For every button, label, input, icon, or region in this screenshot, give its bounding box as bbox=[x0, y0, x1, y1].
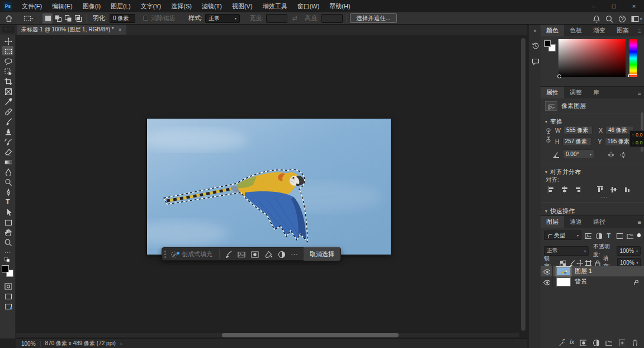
swap-dimensions-icon[interactable]: ⇄ bbox=[290, 13, 300, 23]
foreground-color-swatch[interactable] bbox=[2, 265, 9, 272]
tool-lasso[interactable] bbox=[2, 56, 13, 65]
new-group-icon[interactable] bbox=[604, 338, 613, 347]
menu-filter[interactable]: 滤镜(T) bbox=[197, 0, 227, 12]
menu-edit[interactable]: 编辑(E) bbox=[47, 0, 78, 12]
filter-image-icon[interactable] bbox=[584, 231, 592, 240]
tool-clone-stamp[interactable] bbox=[2, 126, 13, 136]
tool-preset-marquee-icon[interactable]: ▾ bbox=[21, 13, 35, 23]
panel-menu-icon[interactable]: ≡ bbox=[638, 87, 641, 98]
tab-libraries[interactable]: 库 bbox=[588, 87, 605, 98]
antialias-checkbox[interactable] bbox=[143, 16, 148, 21]
opacity-select[interactable]: 100%▾ bbox=[617, 246, 641, 256]
flip-horizontal-icon[interactable] bbox=[605, 149, 614, 158]
tool-more-icon[interactable]: ··· bbox=[2, 247, 13, 257]
tab-adjustments[interactable]: 调整 bbox=[564, 87, 588, 98]
panel-menu-icon[interactable]: ≡ bbox=[638, 25, 641, 36]
fill-icon[interactable] bbox=[261, 247, 274, 261]
screen-mode-icon[interactable] bbox=[2, 291, 13, 300]
document-image[interactable] bbox=[147, 119, 391, 255]
filter-smart-object-icon[interactable] bbox=[626, 231, 634, 240]
tool-move[interactable] bbox=[2, 36, 13, 45]
workspace-switcher-icon[interactable]: ▾ bbox=[631, 15, 642, 23]
blend-mode-select[interactable]: 正常▾ bbox=[544, 246, 589, 256]
mask-icon[interactable] bbox=[248, 247, 261, 261]
help-icon[interactable] bbox=[618, 15, 626, 23]
panel-menu-icon[interactable]: ≡ bbox=[638, 216, 641, 228]
layer-row-1[interactable]: 图层 1 bbox=[541, 266, 644, 276]
menu-type[interactable]: 文字(Y) bbox=[136, 0, 167, 12]
generative-fill-button[interactable]: 创成式填充 bbox=[168, 250, 218, 258]
tab-close-icon[interactable]: × bbox=[119, 27, 122, 33]
tool-zoom[interactable] bbox=[2, 237, 13, 247]
brush-icon[interactable] bbox=[221, 247, 234, 261]
menu-view[interactable]: 视图(V) bbox=[227, 0, 258, 12]
home-icon[interactable] bbox=[3, 13, 13, 23]
align-left-icon[interactable] bbox=[546, 184, 555, 193]
history-panel-icon[interactable] bbox=[529, 39, 541, 51]
tool-object-selection[interactable] bbox=[2, 66, 13, 76]
tool-dodge[interactable] bbox=[2, 177, 13, 186]
tab-swatches[interactable]: 色板 bbox=[564, 25, 588, 36]
visibility-eye-icon[interactable] bbox=[541, 266, 553, 276]
layer-thumbnail[interactable] bbox=[556, 267, 571, 276]
align-bottom-icon[interactable] bbox=[622, 184, 631, 193]
tool-frame[interactable] bbox=[2, 86, 13, 96]
width-input[interactable] bbox=[266, 14, 287, 23]
visibility-eye-icon[interactable] bbox=[541, 276, 553, 287]
menu-select[interactable]: 选择(S) bbox=[166, 0, 197, 12]
link-layers-icon[interactable] bbox=[557, 338, 566, 347]
menu-plugins[interactable]: 增效工具 bbox=[258, 0, 292, 12]
tool-type[interactable]: T bbox=[2, 197, 13, 206]
tool-blur[interactable] bbox=[2, 167, 13, 176]
tool-rectangular-marquee[interactable] bbox=[2, 46, 13, 55]
canvas-area[interactable]: 创成式填充 ··· 取消选择 bbox=[16, 35, 527, 338]
taskbar-grip-handle[interactable] bbox=[162, 248, 168, 260]
layer-name[interactable]: 背景 bbox=[575, 278, 587, 286]
close-button[interactable]: × bbox=[624, 0, 644, 12]
tool-eraser[interactable] bbox=[2, 147, 13, 156]
swap-colors-icon[interactable] bbox=[2, 257, 13, 264]
menu-image[interactable]: 图像(I) bbox=[78, 0, 106, 12]
y-value-input[interactable]: 195 像素 bbox=[605, 137, 633, 146]
quick-mask-icon[interactable] bbox=[2, 281, 13, 290]
link-dimensions-icon[interactable] bbox=[545, 128, 552, 147]
tab-channels[interactable]: 通道 bbox=[564, 216, 588, 228]
layer-thumbnail[interactable] bbox=[556, 278, 571, 286]
tool-history-brush[interactable] bbox=[2, 137, 13, 146]
layer-row-2[interactable]: 背景 bbox=[541, 276, 644, 287]
height-input[interactable] bbox=[321, 14, 343, 23]
add-to-selection-icon[interactable] bbox=[53, 13, 63, 23]
tab-patterns[interactable]: 图案 bbox=[611, 25, 634, 36]
subtract-selection-icon[interactable] bbox=[63, 13, 73, 23]
style-select[interactable]: 正常▾ bbox=[205, 14, 240, 23]
tab-properties[interactable]: 属性 bbox=[541, 87, 564, 98]
feather-input[interactable]: 0 像素 bbox=[110, 14, 135, 23]
rotation-input[interactable]: 0.00°▾ bbox=[563, 149, 594, 158]
layer-name[interactable]: 图层 1 bbox=[575, 267, 592, 275]
tool-hand[interactable] bbox=[2, 227, 13, 237]
align-top-icon[interactable] bbox=[595, 184, 604, 193]
adjustment-layer-icon[interactable] bbox=[591, 338, 600, 347]
color-cursor[interactable] bbox=[557, 74, 561, 78]
align-center-h-icon[interactable] bbox=[559, 184, 568, 193]
width-value-input[interactable]: 555 像素 bbox=[564, 126, 593, 135]
zoom-level[interactable]: 100% bbox=[21, 341, 36, 347]
select-and-mask-button[interactable]: 选择并遮住... bbox=[350, 13, 396, 23]
tool-rectangle[interactable] bbox=[2, 217, 13, 227]
tool-gradient[interactable] bbox=[2, 157, 13, 166]
flip-vertical-icon[interactable] bbox=[618, 149, 627, 158]
tab-color[interactable]: 颜色 bbox=[541, 25, 564, 36]
filter-type-select[interactable]: 类型 ▾ bbox=[544, 231, 581, 240]
tool-crop[interactable] bbox=[2, 76, 13, 86]
new-selection-icon[interactable] bbox=[42, 13, 53, 23]
filter-type-text-icon[interactable]: T bbox=[604, 231, 613, 240]
align-right-icon[interactable] bbox=[572, 184, 581, 193]
intersect-selection-icon[interactable] bbox=[73, 13, 83, 23]
bell-icon[interactable] bbox=[592, 15, 600, 23]
menu-help[interactable]: 帮助(H) bbox=[324, 0, 355, 12]
align-more-icon[interactable]: ··· bbox=[601, 194, 608, 200]
tool-path-selection[interactable] bbox=[2, 207, 13, 217]
foreground-background-colors[interactable] bbox=[2, 265, 14, 279]
panel-grabber-icon[interactable]: '' '' bbox=[2, 26, 15, 33]
tab-gradients[interactable]: 渐变 bbox=[588, 25, 611, 36]
